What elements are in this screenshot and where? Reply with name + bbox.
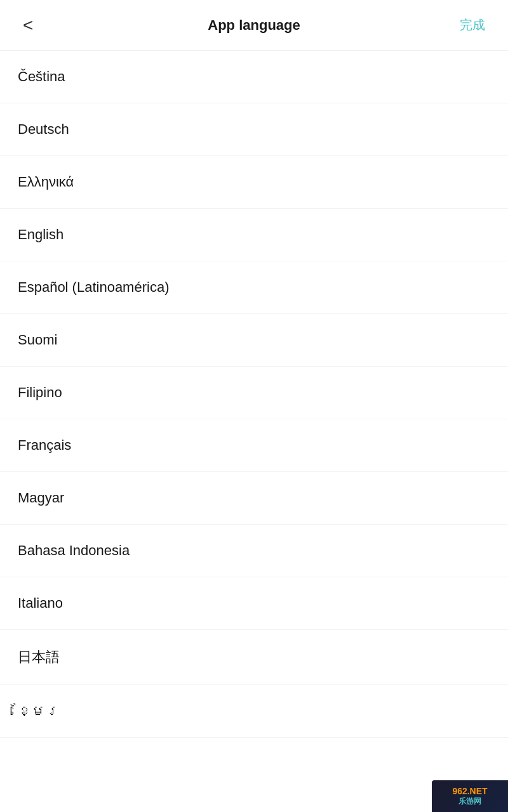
language-item-ellinika[interactable]: Ελληνικά — [0, 156, 508, 209]
language-item-italiano[interactable]: Italiano — [0, 577, 508, 630]
watermark-line1: 962.NET — [452, 785, 487, 797]
watermark: 962.NET 乐游网 — [432, 780, 508, 812]
language-item-bahasa-indonesia[interactable]: Bahasa Indonesia — [0, 525, 508, 577]
language-item-japanese[interactable]: 日本語 — [0, 630, 508, 685]
language-item-english[interactable]: English — [0, 209, 508, 261]
language-item-cestina[interactable]: Čeština — [0, 51, 508, 103]
language-item-filipino[interactable]: Filipino — [0, 367, 508, 419]
language-item-suomi[interactable]: Suomi — [0, 314, 508, 367]
watermark-line2: 乐游网 — [452, 797, 487, 807]
language-item-francais[interactable]: Français — [0, 419, 508, 472]
language-list: ČeštinaDeutschΕλληνικάEnglishEspañol (La… — [0, 51, 508, 738]
language-item-magyar[interactable]: Magyar — [0, 472, 508, 525]
page-title: App language — [208, 17, 300, 34]
app-header: < App language 完成 — [0, 0, 508, 51]
back-button[interactable]: < — [18, 11, 38, 39]
language-item-deutsch[interactable]: Deutsch — [0, 103, 508, 156]
language-item-espanol[interactable]: Español (Latinoamérica) — [0, 261, 508, 314]
done-button[interactable]: 完成 — [455, 11, 490, 39]
language-item-khmer[interactable]: ខ្មែរ — [0, 685, 508, 738]
